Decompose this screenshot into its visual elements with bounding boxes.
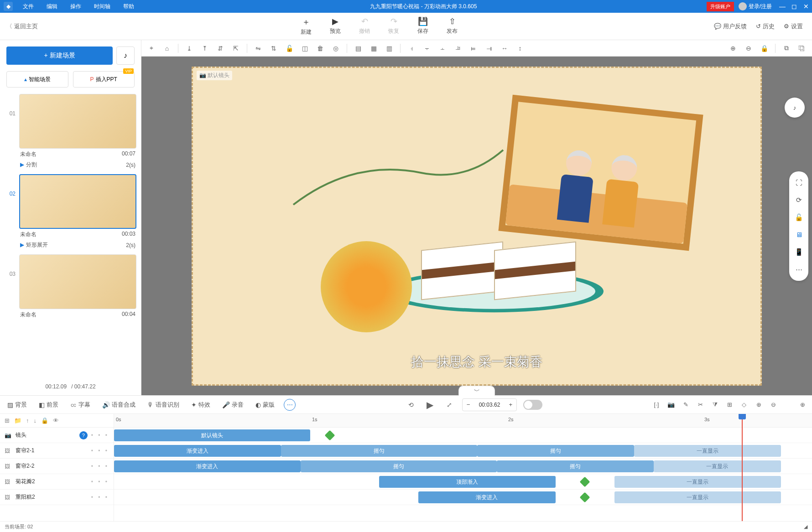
keyframe-icon[interactable]: ◇ (739, 401, 749, 408)
dist-h-icon[interactable]: ↔ (498, 42, 511, 55)
branch-element[interactable] (284, 132, 512, 223)
align-left-icon[interactable]: ▤ (352, 42, 364, 55)
tl-tab-语音识别[interactable]: 🎙语音识别 (145, 399, 182, 411)
timeline-clip[interactable]: 默认镜头 (114, 429, 310, 441)
track-header[interactable]: 🖼窗帘2-1• • • (0, 443, 114, 459)
track-header[interactable]: 🖼窗帘2-2• • • (0, 459, 114, 474)
timeline-clip[interactable]: 顶部渐入 (379, 476, 556, 488)
tl-tab-蒙版[interactable]: ◐蒙版 (253, 399, 277, 411)
track-lane[interactable]: 渐变进入一直显示 (114, 490, 812, 505)
upgrade-badge[interactable]: 升级账户 (707, 2, 734, 11)
timeline-clip[interactable]: 一直显示 (614, 476, 781, 488)
edit-icon[interactable]: ✎ (681, 401, 691, 408)
track-area[interactable]: 0s1s2s3s 默认镜头渐变进入摇匀摇匀一直显示渐变进入摇匀摇匀一直显示顶部渐… (114, 414, 812, 521)
close-button[interactable]: ✕ (800, 3, 812, 10)
home-tool[interactable]: ⌂ (161, 42, 173, 55)
photo-frame-element[interactable] (498, 94, 703, 250)
tl-tab-语音合成[interactable]: 🔊语音合成 (99, 399, 138, 411)
visibility-icon[interactable]: 👁 (53, 417, 59, 424)
lock-all-icon[interactable]: 🔒 (41, 417, 48, 424)
menu-item[interactable]: 编辑 (40, 3, 64, 10)
cut-icon[interactable]: ✂ (695, 401, 705, 408)
mobile-view-icon[interactable]: 📱 (792, 245, 806, 259)
cursor-tool[interactable]: ⌖ (145, 42, 158, 55)
timeline-clip[interactable]: 摇匀 (497, 460, 654, 472)
maximize-button[interactable]: ◻ (788, 3, 800, 10)
time-plus-button[interactable]: + (505, 401, 516, 408)
timeline-clip[interactable]: 渐变进入 (114, 445, 281, 457)
desktop-view-icon[interactable]: 🖥 (792, 228, 806, 242)
up-icon[interactable]: ↑ (26, 417, 29, 424)
flower-element[interactable] (312, 223, 430, 341)
more-tab-button[interactable]: ⋯ (284, 399, 296, 411)
tl-tab-字幕[interactable]: ㏄字幕 (68, 399, 93, 411)
align-center-icon[interactable]: ▦ (367, 42, 380, 55)
rightlink-设置[interactable]: ⚙设置 (784, 22, 803, 31)
track-header[interactable]: 🖼重阳糕2• • • (0, 490, 114, 505)
resize-handle-icon[interactable]: ◢ (804, 524, 807, 530)
dist-left-icon[interactable]: ⫞ (405, 42, 418, 55)
timeline-ruler[interactable]: 0s1s2s3s (114, 414, 812, 428)
flip-h-icon[interactable]: ⇋ (252, 42, 265, 55)
dist-v-icon[interactable]: ↕ (514, 42, 526, 55)
down-icon[interactable]: ↓ (34, 417, 37, 424)
lock-icon[interactable]: 🔓 (283, 42, 296, 55)
minimize-button[interactable]: — (776, 3, 788, 10)
copy-icon[interactable]: ⧉ (780, 42, 793, 55)
target-icon[interactable]: ◎ (329, 42, 342, 55)
grid-icon[interactable]: ⊞ (724, 401, 734, 408)
more-view-icon[interactable]: ⋯ (792, 263, 806, 276)
timeline-clip[interactable]: 一直显示 (654, 460, 781, 472)
track-lane[interactable]: 渐变进入摇匀摇匀一直显示 (114, 443, 812, 459)
paste-icon[interactable]: ⿻ (796, 42, 808, 55)
login-button[interactable]: 登录/注册 (734, 2, 776, 10)
lock-canvas-icon[interactable]: 🔓 (792, 211, 806, 224)
play-button[interactable]: ▶ (424, 398, 437, 411)
expand-play-button[interactable]: ⤢ (443, 398, 456, 411)
flip-v-icon[interactable]: ⇅ (267, 42, 280, 55)
cake2-element[interactable] (494, 241, 576, 300)
zoom-in-icon[interactable]: ⊕ (727, 42, 739, 55)
toolbar-预览[interactable]: ▶预览 (330, 16, 341, 36)
rightlink-历史[interactable]: ↺历史 (756, 22, 775, 31)
music-float-button[interactable]: ♪ (785, 98, 805, 118)
back-home-button[interactable]: 〈 返回主页 (0, 22, 44, 31)
fit-icon[interactable]: ⟳ (792, 193, 806, 207)
fullscreen-icon[interactable]: ⛶ (792, 176, 806, 190)
dist-top-icon[interactable]: ⫡ (452, 42, 464, 55)
dist-hcenter-icon[interactable]: ⫟ (421, 42, 433, 55)
rewind-button[interactable]: ⟲ (405, 398, 417, 411)
menu-item[interactable]: 操作 (64, 3, 88, 10)
playhead[interactable]: V (742, 414, 743, 521)
timeline-clip[interactable]: 一直显示 (614, 491, 781, 503)
help-icon[interactable]: ? (79, 431, 88, 439)
tl-tab-前景[interactable]: ◧前景 (36, 399, 61, 411)
track-lane[interactable]: 默认镜头 (114, 428, 812, 443)
tl-tab-特效[interactable]: ✦特效 (188, 399, 213, 411)
canvas[interactable]: 📷 默认镜头 拾一抹思念 采一束菊香 (192, 67, 762, 386)
zoom-tl-in-icon[interactable]: ⊕ (754, 401, 764, 408)
tl-tab-背景[interactable]: ▨背景 (5, 399, 30, 411)
cake1-element[interactable] (421, 241, 503, 300)
dist-right-icon[interactable]: ⫠ (436, 42, 449, 55)
add-track-button[interactable]: ⊕ (797, 401, 807, 408)
align-right-icon[interactable]: ▥ (383, 42, 396, 55)
time-minus-button[interactable]: − (463, 401, 474, 408)
new-scene-button[interactable]: + 新建场景 (6, 46, 113, 65)
menu-item[interactable]: 帮助 (117, 3, 141, 10)
timeline-clip[interactable]: 摇匀 (477, 445, 634, 457)
snap-toggle[interactable] (523, 400, 542, 410)
lock-zoom-icon[interactable]: 🔒 (758, 42, 770, 55)
align-vcenter-icon[interactable]: ⇵ (214, 42, 227, 55)
dist-vcenter-icon[interactable]: ⫢ (467, 42, 480, 55)
timeline-clip[interactable]: 渐变进入 (418, 491, 556, 503)
align-top-icon[interactable]: ⤒ (198, 42, 211, 55)
filter-icon[interactable]: ⧩ (710, 401, 720, 408)
track-header[interactable]: 🖼菊花瓣2• • • (0, 474, 114, 490)
toolbar-保存[interactable]: 💾保存 (417, 16, 428, 36)
rightlink-用户反馈[interactable]: 💬用户反馈 (714, 22, 747, 31)
add-layer-icon[interactable]: ⊞ (5, 417, 10, 424)
keyframe-diamond[interactable] (325, 430, 335, 441)
keyframe-diamond[interactable] (580, 477, 590, 487)
track-lane[interactable]: 顶部渐入一直显示 (114, 474, 812, 490)
